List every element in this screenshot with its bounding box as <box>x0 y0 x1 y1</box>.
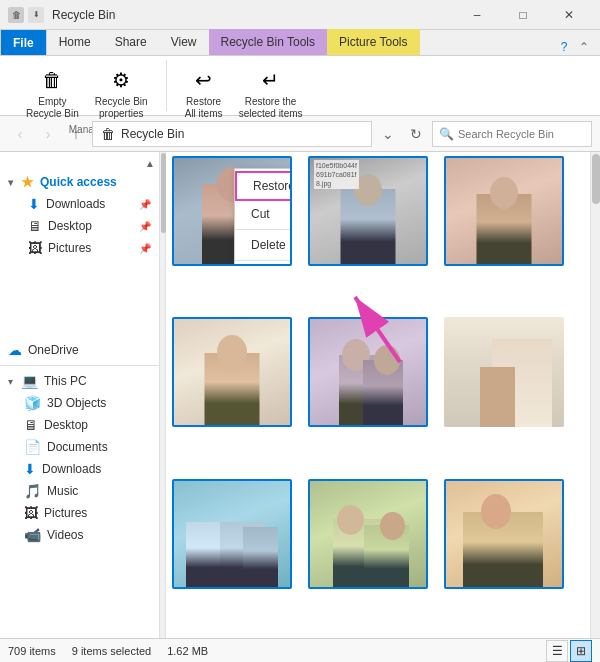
context-cut[interactable]: Cut <box>235 201 292 227</box>
context-restore[interactable]: Restore <box>235 171 292 201</box>
thumbnail-3[interactable] <box>444 156 564 266</box>
onedrive-icon: ☁ <box>8 342 22 358</box>
thumbnail-5[interactable] <box>308 317 428 427</box>
sidebar-item-desktop-quick[interactable]: 🖥 Desktop 📌 <box>0 215 159 237</box>
quick-access-icon[interactable]: ⬇ <box>28 7 44 23</box>
sidebar-item-this-pc[interactable]: ▾ 💻 This PC <box>0 370 159 392</box>
downloads-icon: ⬇ <box>24 461 36 477</box>
main-area: ▲ ▾ ★ Quick access ⬇ Downloads 📌 🖥 Deskt… <box>0 152 600 638</box>
close-button[interactable]: ✕ <box>546 0 592 30</box>
sidebar-item-quick-access[interactable]: ▾ ★ Quick access <box>0 171 159 193</box>
recycle-bin-path-icon: 🗑 <box>101 126 115 142</box>
recycle-bin-properties-button[interactable]: ⚙ Recycle Bin properties <box>89 62 154 122</box>
title-text: Recycle Bin <box>52 8 454 22</box>
this-pc-icon: 💻 <box>21 373 38 389</box>
left-scroll-thumb <box>161 153 166 233</box>
ribbon-group-restore: ↩ Restore All items ↵ Restore the select… <box>167 60 321 111</box>
ribbon-tabs: File Home Share View Recycle Bin Tools P… <box>0 30 600 56</box>
pictures-quick-icon: 🖼 <box>28 240 42 256</box>
thumbnail-1[interactable]: Restore Cut Delete Properties <box>172 156 292 266</box>
thumbnail-4[interactable] <box>172 317 292 427</box>
search-box[interactable]: 🔍 <box>432 121 592 147</box>
restore-all-button[interactable]: ↩ Restore All items <box>179 62 229 122</box>
tab-share[interactable]: Share <box>103 29 159 55</box>
expand-ribbon-icon[interactable]: ⌃ <box>576 39 592 55</box>
window-title: Recycle Bin <box>52 8 115 22</box>
sidebar-item-3d-objects[interactable]: 🧊 3D Objects <box>0 392 159 414</box>
window-controls: – □ ✕ <box>454 0 592 30</box>
downloads-label: Downloads <box>42 462 101 476</box>
thumbnail-7[interactable] <box>172 479 292 589</box>
right-scrollbar[interactable] <box>590 152 600 638</box>
refresh-button[interactable]: ↻ <box>404 122 428 146</box>
sidebar-item-downloads[interactable]: ⬇ Downloads <box>0 458 159 480</box>
context-properties[interactable]: Properties <box>235 263 292 266</box>
quick-access-star-icon: ★ <box>21 174 34 190</box>
music-icon: 🎵 <box>24 483 41 499</box>
quick-access-label: Quick access <box>40 175 117 189</box>
title-bar: 🗑 ⬇ Recycle Bin – □ ✕ <box>0 0 600 30</box>
sidebar-item-downloads-quick[interactable]: ⬇ Downloads 📌 <box>0 193 159 215</box>
list-view-icon[interactable]: ☰ <box>546 640 568 662</box>
thumbnail-2[interactable]: f10e5f0b044f691b7ca081f8.jpg <box>308 156 428 266</box>
maximize-button[interactable]: □ <box>500 0 546 30</box>
person-head-8a <box>337 505 364 535</box>
selected-count: 9 items selected <box>72 645 151 657</box>
manage-buttons: 🗑 Empty Recycle Bin ⚙ Recycle Bin proper… <box>20 62 154 122</box>
desktop-quick-label: Desktop <box>48 219 92 233</box>
empty-bin-label: Empty Recycle Bin <box>26 96 79 120</box>
videos-icon: 📹 <box>24 527 41 543</box>
sidebar-item-pictures-quick[interactable]: 🖼 Pictures 📌 <box>0 237 159 259</box>
search-icon: 🔍 <box>439 127 454 141</box>
forward-button[interactable]: › <box>36 122 60 146</box>
restore-selected-icon: ↵ <box>255 64 287 96</box>
search-input[interactable] <box>458 128 585 140</box>
dropdown-arrow[interactable]: ⌄ <box>376 122 400 146</box>
sidebar-item-documents[interactable]: 📄 Documents <box>0 436 159 458</box>
documents-icon: 📄 <box>24 439 41 455</box>
sidebar-item-desktop[interactable]: 🖥 Desktop <box>0 414 159 436</box>
empty-bin-icon: 🗑 <box>36 64 68 96</box>
sidebar-item-videos[interactable]: 📹 Videos <box>0 524 159 546</box>
sidebar: ▲ ▾ ★ Quick access ⬇ Downloads 📌 🖥 Deskt… <box>0 152 160 638</box>
3d-objects-icon: 🧊 <box>24 395 41 411</box>
context-menu: Restore Cut Delete Properties <box>234 168 292 266</box>
address-input[interactable]: 🗑 Recycle Bin <box>92 121 372 147</box>
sidebar-item-music[interactable]: 🎵 Music <box>0 480 159 502</box>
tab-picture-tools[interactable]: Picture Tools <box>327 29 419 55</box>
left-scrollbar[interactable] <box>160 152 166 638</box>
empty-recycle-bin-button[interactable]: 🗑 Empty Recycle Bin <box>20 62 85 122</box>
restore-all-icon: ↩ <box>188 64 220 96</box>
up-button[interactable]: ↑ <box>64 122 88 146</box>
restore-selected-button[interactable]: ↵ Restore the selected items <box>233 62 309 122</box>
tab-view[interactable]: View <box>159 29 209 55</box>
app-icon: 🗑 <box>8 7 24 23</box>
filename-2: f10e5f0b044f691b7ca081f8.jpg <box>314 160 359 189</box>
grid-view-icon[interactable]: ⊞ <box>570 640 592 662</box>
help-icon[interactable]: ? <box>556 39 572 55</box>
quick-access-arrow: ▾ <box>8 177 13 188</box>
pictures-pin-icon: 📌 <box>139 243 151 254</box>
ctx-separator <box>235 229 292 230</box>
downloads-quick-icon: ⬇ <box>28 196 40 212</box>
tab-recycle-bin-tools[interactable]: Recycle Bin Tools <box>209 29 328 55</box>
back-button[interactable]: ‹ <box>8 122 32 146</box>
pictures-icon: 🖼 <box>24 505 38 521</box>
status-bar: 709 items 9 items selected 1.62 MB ☰ ⊞ <box>0 638 600 662</box>
thumbnail-grid: Restore Cut Delete Properties f10e5f0b04… <box>168 152 600 638</box>
path-text: Recycle Bin <box>121 127 184 141</box>
selected-size: 1.62 MB <box>167 645 208 657</box>
downloads-quick-label: Downloads <box>46 197 105 211</box>
sidebar-collapse-icon[interactable]: ▲ <box>145 158 155 169</box>
tab-home[interactable]: Home <box>47 29 103 55</box>
minimize-button[interactable]: – <box>454 0 500 30</box>
sidebar-item-pictures[interactable]: 🖼 Pictures <box>0 502 159 524</box>
context-delete[interactable]: Delete <box>235 232 292 258</box>
sidebar-item-onedrive[interactable]: ☁ OneDrive <box>0 339 159 361</box>
thumbnail-9[interactable] <box>444 479 564 589</box>
properties-label: Recycle Bin properties <box>95 96 148 120</box>
thumbnail-6[interactable] <box>444 317 564 427</box>
thumbnail-8[interactable] <box>308 479 428 589</box>
tab-file[interactable]: File <box>0 29 47 55</box>
this-pc-arrow: ▾ <box>8 376 13 387</box>
